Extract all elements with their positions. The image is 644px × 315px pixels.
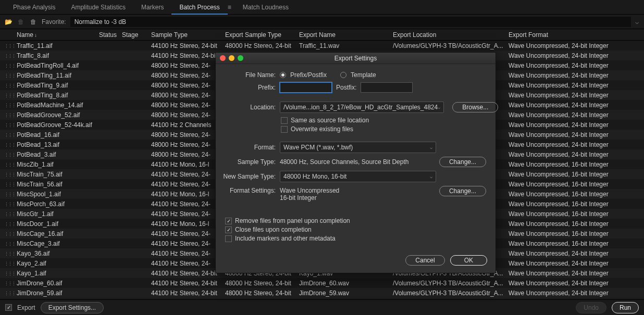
cell-name: PotBeadTingRoll_4.aif (17, 62, 99, 69)
tab-phase-analysis[interactable]: Phase Analysis (5, 0, 63, 15)
format-settings-value: Wave Uncompressed 16-bit Integer (280, 186, 435, 203)
cell-export-name: Traffic_11.wav (299, 42, 393, 49)
location-select[interactable]: /Volume...ion_8_2_17/eBow_HD_acGtr_Sampl… (280, 102, 444, 113)
tab-amplitude-statistics[interactable]: Amplitude Statistics (63, 0, 133, 15)
table-row[interactable]: JimDrone_59.aif44100 Hz Stereo, 24-bit48… (0, 288, 644, 298)
tab-markers[interactable]: Markers (133, 0, 171, 15)
col-export-location[interactable]: Export Location (393, 31, 509, 39)
waveform-icon (4, 121, 13, 127)
col-stage[interactable]: Stage (122, 31, 151, 39)
chevron-down-icon: ⌵ (430, 174, 432, 179)
cell-name: Traffic_11.aif (17, 42, 99, 49)
undo-button[interactable]: Undo (576, 302, 606, 313)
close-icon[interactable] (220, 55, 226, 61)
include-markers-label: Include markers and other metadata (235, 235, 336, 242)
prefix-label: Prefix: (221, 84, 276, 91)
cancel-button[interactable]: Cancel (405, 255, 444, 266)
overwrite-checkbox[interactable] (281, 126, 288, 133)
cell-name: Kayo_2.aif (17, 260, 99, 267)
remove-files-label: Remove files from panel upon completion (235, 217, 350, 224)
col-export-name[interactable]: Export Name (299, 31, 393, 39)
browse-button[interactable]: Browse... (452, 102, 498, 112)
col-export-sample-type[interactable]: Export Sample Type (225, 31, 299, 39)
template-label: Template (351, 71, 376, 79)
cell-sample-type: 44100 Hz Mono, 16-l (151, 161, 225, 168)
remove-files-checkbox[interactable] (225, 218, 232, 224)
waveform-icon (4, 210, 13, 216)
cell-sample-type: 44100 Hz Stereo, 24-bit (151, 270, 225, 277)
postfix-input[interactable] (361, 82, 413, 93)
cell-export-format: Wave Uncompressed, 24-bit Integer (509, 72, 640, 79)
format-label: Format: (221, 144, 276, 151)
sample-type-label: Sample Type: (221, 158, 276, 166)
cell-sample-type: 44100 Hz Stereo, 24-bit (151, 280, 225, 287)
folder-open-icon[interactable]: 📂 (4, 18, 13, 26)
maximize-icon[interactable] (238, 55, 243, 61)
waveform-icon (4, 141, 13, 146)
cell-sample-type: 44100 Hz Mono, 16-l (151, 191, 225, 198)
same-as-source-label: Same as source file location (291, 117, 369, 124)
cell-export-sample-type: 48000 Hz Stereo, 24-bit (225, 289, 299, 297)
cell-export-format: Wave Uncompressed, 24-bit Integer (509, 280, 640, 287)
cell-export-format: Wave Uncompressed, 16-bit Integer (509, 171, 640, 178)
cell-export-location: /Volumes/GLYPH-3 TB/AcousticGtr_A... (393, 280, 509, 287)
favorite-select[interactable]: Normalize to -3 dB (70, 17, 631, 27)
cell-export-name: JimDrone_59.wav (299, 289, 393, 297)
cell-name: MiscTrain_56.aif (17, 181, 99, 188)
col-export-format[interactable]: Export Format (509, 31, 640, 39)
clear-icon[interactable]: 🗑 (29, 18, 38, 26)
change-format-settings-button[interactable]: Change... (439, 186, 486, 196)
cell-sample-type: 44100 Hz Stereo, 24- (151, 240, 225, 247)
new-sample-type-select[interactable]: 48000 Hz Mono, 16-bit⌵ (280, 171, 436, 182)
col-sample-type[interactable]: Sample Type (151, 31, 225, 39)
cell-export-name: JimDrone_60.wav (299, 280, 393, 287)
cell-export-format: Wave Uncompressed, 24-bit Integer (509, 250, 640, 257)
minimize-icon[interactable] (229, 55, 234, 61)
same-as-source-checkbox[interactable] (281, 117, 288, 124)
template-radio[interactable] (340, 72, 346, 78)
cell-export-format: Wave Uncompressed, 24-bit Integer (509, 62, 640, 69)
waveform-icon (4, 280, 13, 285)
prefix-input[interactable] (280, 82, 332, 93)
cell-name: MiscGtr_1.aif (17, 210, 99, 218)
cell-sample-type: 44100 Hz Stereo, 24-bit (151, 289, 225, 297)
cell-name: PotBeadTing_11.aif (17, 72, 99, 79)
waveform-icon (4, 102, 13, 107)
waveform-icon (4, 62, 13, 67)
table-row[interactable]: JimDrone_60.aif44100 Hz Stereo, 24-bit48… (0, 278, 644, 288)
tab-menu-icon[interactable]: ≡ (228, 0, 235, 15)
col-name[interactable]: Name↓ (17, 31, 99, 39)
cell-name: Traffic_8.aif (17, 52, 99, 59)
location-label: Location: (221, 104, 276, 111)
cell-export-format: Wave Uncompressed, 16-bit Integer (509, 161, 640, 168)
cell-sample-type: 48000 Hz Stereo, 24- (151, 102, 225, 109)
table-row[interactable]: Traffic_11.aif44100 Hz Stereo, 24-bit480… (0, 41, 644, 51)
format-select[interactable]: Wave PCM (*.wav, *.bwf)⌵ (280, 142, 436, 153)
prefix-postfix-radio[interactable] (280, 72, 286, 78)
change-sample-type-button[interactable]: Change... (439, 157, 486, 167)
waveform-icon (4, 230, 13, 235)
ok-button[interactable]: OK (450, 255, 487, 266)
run-button[interactable]: Run (612, 302, 639, 313)
cell-export-format: Wave Uncompressed, 24-bit Integer (509, 289, 640, 297)
waveform-icon (4, 82, 13, 87)
col-status[interactable]: Status (99, 31, 122, 39)
window-controls (220, 55, 243, 61)
export-settings-button[interactable]: Export Settings... (41, 302, 104, 313)
tab-match-loudness[interactable]: Match Loudness (235, 0, 296, 15)
tab-batch-process[interactable]: Batch Process (171, 0, 227, 15)
export-checkbox[interactable] (5, 304, 12, 311)
include-markers-checkbox[interactable] (225, 235, 232, 242)
waveform-icon (4, 191, 13, 196)
cell-export-format: Wave Uncompressed, 24-bit Integer (509, 121, 640, 129)
cell-export-format: Wave Uncompressed, 16-bit Integer (509, 210, 640, 218)
cell-sample-type: 44100 Hz Stereo, 24- (151, 250, 225, 257)
cell-name: PotBeadGroove_52-44k.aif (17, 121, 99, 129)
waveform-icon (4, 220, 13, 225)
waveform-icon (4, 92, 13, 97)
trash-icon[interactable]: 🗑 (17, 18, 25, 26)
close-files-checkbox[interactable] (225, 226, 232, 233)
dialog-titlebar[interactable]: Export Settings (216, 53, 496, 64)
cell-export-format: Wave Uncompressed, 24-bit Integer (509, 131, 640, 138)
chevron-down-icon[interactable]: ⌵ (635, 18, 639, 26)
